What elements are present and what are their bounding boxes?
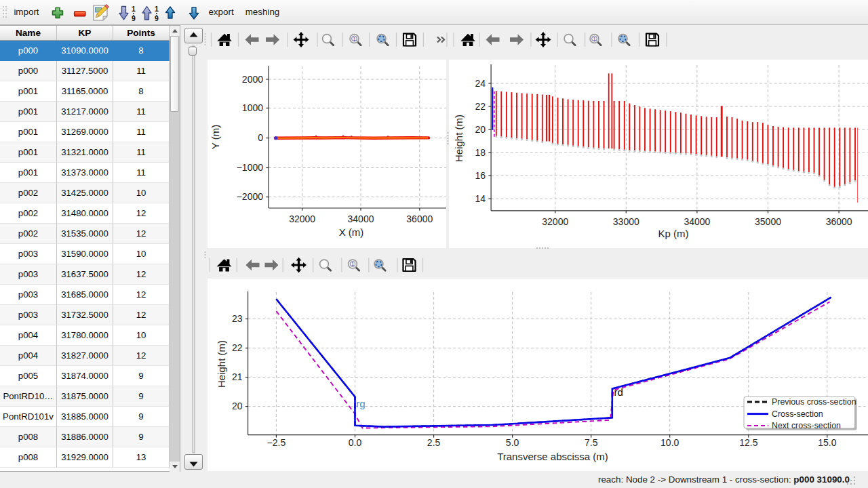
svg-text:10.0: 10.0	[660, 437, 679, 448]
svg-text:rg: rg	[356, 398, 365, 409]
svg-text:1: 1	[593, 36, 595, 42]
svg-text:18: 18	[475, 147, 486, 158]
svg-text:1: 1	[351, 261, 354, 267]
svg-text:32000: 32000	[542, 216, 568, 227]
svg-text:Previous cross-section: Previous cross-section	[772, 397, 856, 407]
svg-text:Y (m): Y (m)	[210, 125, 221, 149]
svg-text:34000: 34000	[348, 214, 374, 224]
svg-text:15.0: 15.0	[818, 437, 836, 448]
svg-text:12.5: 12.5	[739, 437, 757, 448]
svg-text:35000: 35000	[755, 216, 781, 227]
svg-text:5.0: 5.0	[506, 437, 519, 448]
svg-text:24: 24	[475, 78, 486, 89]
svg-text:Height (m): Height (m)	[216, 340, 227, 388]
svg-text:20: 20	[475, 124, 486, 135]
svg-text:1: 1	[353, 36, 355, 42]
svg-text:Transverse abscissa (m): Transverse abscissa (m)	[497, 451, 608, 462]
svg-text:−2.5: −2.5	[267, 437, 286, 448]
svg-text:22: 22	[475, 101, 486, 112]
svg-text:14: 14	[475, 193, 486, 204]
svg-text:20: 20	[232, 401, 243, 411]
svg-text:21: 21	[232, 371, 243, 382]
svg-text:X (m): X (m)	[339, 226, 364, 238]
svg-text:36000: 36000	[406, 214, 433, 224]
svg-text:0.0: 0.0	[349, 437, 362, 448]
svg-text:23: 23	[232, 313, 243, 324]
svg-text:−2000: −2000	[237, 191, 264, 202]
svg-text:Next cross-section: Next cross-section	[772, 421, 841, 430]
svg-text:34000: 34000	[684, 216, 710, 227]
svg-text:33000: 33000	[613, 216, 639, 227]
svg-text:36000: 36000	[826, 216, 852, 227]
svg-text:1000: 1000	[242, 102, 263, 113]
svg-text:2000: 2000	[242, 74, 263, 85]
svg-text:7.5: 7.5	[585, 437, 598, 448]
svg-text:0: 0	[258, 132, 263, 143]
svg-text:2.5: 2.5	[427, 437, 441, 448]
svg-text:16: 16	[475, 170, 486, 181]
svg-text:1: 1	[155, 5, 159, 13]
svg-text:−1000: −1000	[237, 162, 264, 173]
svg-text:Cross-section: Cross-section	[772, 409, 823, 419]
svg-text:1: 1	[132, 5, 136, 13]
svg-text:22: 22	[232, 342, 243, 353]
svg-text:Kp (m): Kp (m)	[658, 228, 689, 239]
svg-text:32000: 32000	[289, 214, 315, 224]
svg-text:rd: rd	[614, 386, 623, 398]
